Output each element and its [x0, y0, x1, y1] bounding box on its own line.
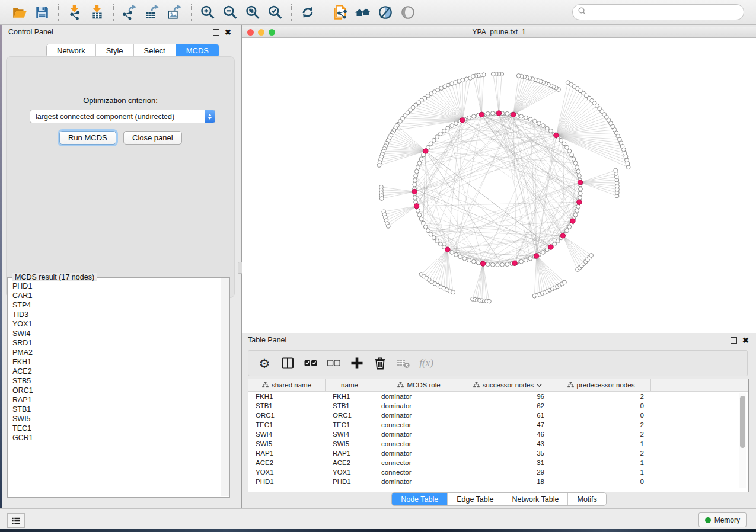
table-row[interactable]: PHD1PHD1dominator180 [248, 477, 748, 486]
cell-predecessor_nodes[interactable]: 2 [551, 421, 651, 428]
network-node[interactable] [496, 263, 500, 267]
network-node[interactable] [421, 221, 425, 225]
cell-mcds_role[interactable]: connector [374, 440, 464, 447]
tab-motifs[interactable]: Motifs [568, 493, 605, 505]
cell-shared_name[interactable]: SWI5 [248, 440, 326, 447]
close-panel-icon[interactable]: ✖ [742, 338, 749, 343]
network-node[interactable] [458, 255, 462, 259]
network-node[interactable] [554, 133, 559, 137]
mcds-result-item[interactable]: PHD1 [8, 281, 221, 291]
network-node[interactable] [565, 229, 569, 233]
open-session-icon[interactable] [11, 4, 28, 21]
mcds-result-item[interactable]: CAR1 [8, 291, 221, 300]
mcds-result-item[interactable]: TID3 [8, 310, 221, 319]
network-node[interactable] [512, 261, 517, 265]
network-node[interactable] [570, 219, 575, 223]
cell-mcds_role[interactable]: dominator [374, 402, 464, 409]
mcds-result-item[interactable]: PMA2 [8, 348, 221, 357]
network-node[interactable] [464, 77, 468, 81]
mcds-result-item[interactable]: STP4 [8, 300, 221, 310]
network-node[interactable] [575, 165, 579, 169]
network-node[interactable] [432, 138, 436, 142]
network-node[interactable] [578, 191, 582, 196]
network-node[interactable] [487, 299, 492, 303]
tab-node-table[interactable]: Node Table [392, 493, 448, 505]
cell-mcds_role[interactable]: connector [374, 421, 464, 428]
network-node[interactable] [435, 239, 439, 243]
network-node[interactable] [379, 197, 384, 201]
show-graphics-details-icon[interactable] [400, 4, 416, 21]
network-node[interactable] [386, 225, 390, 229]
cell-predecessor_nodes[interactable]: 0 [551, 412, 651, 419]
network-node[interactable] [566, 81, 570, 85]
cell-predecessor_nodes[interactable]: 2 [551, 450, 651, 457]
network-node[interactable] [426, 229, 430, 233]
network-node[interactable] [576, 204, 580, 209]
mcds-result-item[interactable]: SRD1 [8, 338, 221, 348]
table-row[interactable]: STB1STB1dominator620 [248, 401, 748, 411]
network-node[interactable] [486, 262, 490, 267]
mcds-result-item[interactable]: STB5 [8, 376, 221, 386]
network-node[interactable] [414, 169, 419, 174]
network-node[interactable] [460, 118, 465, 123]
zoom-selected-icon[interactable] [267, 4, 283, 21]
table-row[interactable]: YOX1YOX1connector291 [248, 467, 748, 477]
network-node[interactable] [496, 111, 501, 116]
network-node[interactable] [577, 200, 582, 204]
network-node[interactable] [532, 119, 537, 123]
column-header-shared-name[interactable]: shared name [248, 379, 326, 391]
table-scrollbar-thumb[interactable] [740, 396, 745, 448]
network-node[interactable] [505, 262, 509, 267]
network-node[interactable] [413, 196, 417, 200]
cell-successor_nodes[interactable]: 96 [464, 393, 551, 400]
tab-edge-table[interactable]: Edge Table [448, 493, 503, 505]
network-node[interactable] [467, 258, 471, 262]
network-node[interactable] [462, 257, 467, 261]
network-node[interactable] [419, 157, 423, 161]
network-node[interactable] [471, 74, 476, 78]
mcds-result-item[interactable]: RAP1 [8, 395, 221, 405]
mcds-result-item[interactable]: YOX1 [8, 319, 221, 329]
network-node[interactable] [419, 217, 423, 221]
network-node[interactable] [446, 126, 450, 130]
network-node[interactable] [565, 145, 569, 149]
cell-shared_name[interactable]: FKH1 [248, 393, 326, 400]
network-node[interactable] [454, 121, 458, 126]
cell-mcds_role[interactable]: connector [374, 469, 464, 476]
cell-predecessor_nodes[interactable]: 2 [551, 393, 651, 400]
cell-successor_nodes[interactable]: 62 [464, 402, 551, 409]
cell-mcds_role[interactable]: dominator [374, 412, 464, 419]
network-node[interactable] [562, 142, 566, 146]
network-node[interactable] [480, 261, 485, 266]
table-row[interactable]: ACE2ACE2connector311 [248, 458, 748, 467]
export-network-icon[interactable] [122, 4, 138, 21]
network-node[interactable] [439, 242, 443, 246]
network-node[interactable] [556, 239, 560, 243]
zoom-fit-icon[interactable] [244, 4, 261, 21]
network-node[interactable] [528, 117, 532, 121]
network-node[interactable] [416, 209, 420, 213]
cell-name[interactable]: PHD1 [326, 478, 374, 485]
network-node[interactable] [549, 129, 553, 133]
cell-name[interactable]: TEC1 [326, 421, 374, 428]
hide-graphics-details-icon[interactable] [377, 4, 394, 21]
network-node[interactable] [548, 245, 553, 249]
network-node[interactable] [412, 189, 417, 194]
cell-mcds_role[interactable]: connector [374, 459, 464, 466]
cell-name[interactable]: RAP1 [326, 450, 374, 457]
network-node[interactable] [578, 196, 582, 200]
network-node[interactable] [450, 251, 454, 255]
network-node[interactable] [567, 149, 572, 153]
close-panel-button[interactable]: Close panel [123, 131, 182, 145]
network-node[interactable] [505, 111, 509, 116]
tab-network-table[interactable]: Network Table [503, 493, 569, 505]
network-node[interactable] [559, 138, 563, 142]
table-scrollbar[interactable] [739, 393, 746, 488]
tab-style[interactable]: Style [96, 44, 134, 57]
network-node[interactable] [534, 254, 539, 258]
table-row[interactable]: RAP1RAP1dominator352 [248, 448, 748, 458]
network-node[interactable] [451, 290, 455, 294]
mcds-result-item[interactable]: ACE2 [8, 367, 221, 376]
mcds-result-item[interactable]: SWI4 [8, 329, 221, 338]
cell-name[interactable]: YOX1 [326, 469, 374, 476]
